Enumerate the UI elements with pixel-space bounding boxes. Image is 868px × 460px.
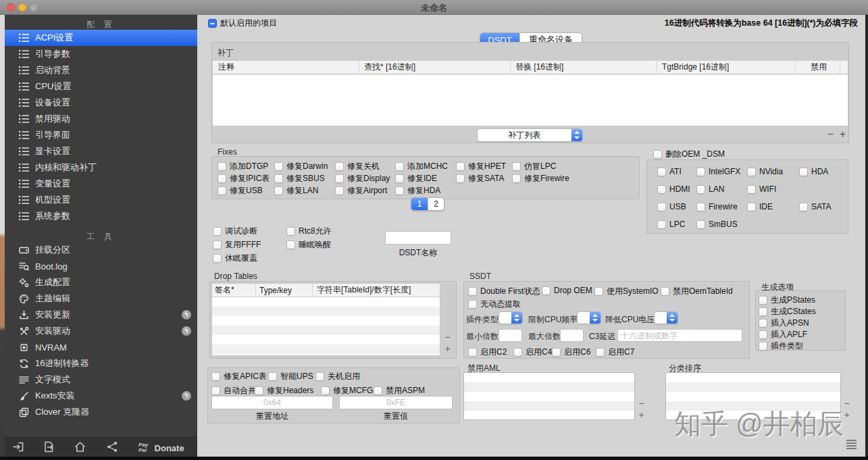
- sidebar-item-system-parameters[interactable]: 系统参数: [5, 208, 197, 224]
- donate-button[interactable]: PayPal Donate: [138, 442, 184, 453]
- sidebar-item-smbios[interactable]: 机型设置: [5, 192, 197, 208]
- fix-checkbox[interactable]: 添加MCHC: [395, 161, 448, 172]
- undervolt-dropdown[interactable]: [654, 311, 678, 324]
- sidebar-item-install-drivers[interactable]: 安装驱动 ϟ: [5, 323, 197, 339]
- insert-aplf-checkbox[interactable]: 插入APLF: [759, 329, 807, 340]
- sidebar-item-kexts-installer[interactable]: Kexts安装 ϟ: [5, 388, 197, 404]
- fix-checkbox[interactable]: 修复Darwin: [274, 161, 328, 172]
- fixes-page-1[interactable]: 1: [411, 198, 428, 210]
- drop-tables-body[interactable]: [211, 297, 440, 356]
- sidebar-item-nvram[interactable]: NVRAM: [5, 339, 197, 355]
- sidebar-item-gui[interactable]: 引导界面: [5, 127, 197, 143]
- suspend-override-checkbox[interactable]: 睡眠唤醒: [286, 239, 331, 251]
- limit-cpu-freq-dropdown[interactable]: [577, 311, 601, 324]
- patches-add-button[interactable]: +: [838, 129, 848, 139]
- fix-checkbox[interactable]: 添加DTGP: [218, 161, 268, 172]
- sidebar-item-graphics[interactable]: 显卡设置: [5, 143, 197, 159]
- home-button[interactable]: [74, 441, 86, 455]
- default-enabled-checkbox[interactable]: 默认启用的项目: [208, 18, 277, 29]
- sidebar-item-rt-variables[interactable]: 变量设置: [5, 176, 197, 192]
- reset-address-input[interactable]: [211, 396, 333, 409]
- fix-checkbox[interactable]: 修复Airport: [335, 185, 387, 197]
- drop-tables-remove-button[interactable]: −: [442, 332, 453, 342]
- fix-mcfg-checkbox[interactable]: 修复MCFG: [321, 385, 373, 397]
- no-dynamic-extract-checkbox[interactable]: 无动态提取: [468, 299, 521, 310]
- fix-checkbox[interactable]: 修复LAN: [274, 185, 318, 197]
- oem-checkbox[interactable]: IDE: [747, 202, 773, 211]
- enable-c7-checkbox[interactable]: 启用C7: [596, 347, 634, 358]
- export-config-button[interactable]: [43, 441, 55, 455]
- gen-cstates-checkbox[interactable]: 生成CStates: [759, 306, 816, 317]
- fix-checkbox[interactable]: 修复SBUS: [274, 173, 325, 184]
- disabled-aml-add-button[interactable]: +: [636, 410, 646, 420]
- max-multiplier-input[interactable]: [560, 329, 584, 342]
- reuse-ffff-checkbox[interactable]: 复用FFFF: [213, 239, 261, 251]
- sidebar-item-install-update[interactable]: 安装更新 ϟ: [5, 307, 197, 323]
- patches-table-body[interactable]: [213, 74, 848, 126]
- fix-checkbox[interactable]: 修复SATA: [456, 173, 505, 184]
- drop-tables-add-button[interactable]: +: [442, 344, 453, 354]
- sidebar-item-devices[interactable]: 设备设置: [5, 95, 197, 111]
- auto-merge-checkbox[interactable]: 自动合并: [211, 385, 256, 397]
- fix-checkbox[interactable]: 修复关机: [335, 161, 380, 172]
- ssdt-checkbox[interactable]: 禁用OemTableId: [661, 286, 733, 297]
- fix-checkbox[interactable]: 修复IPIC表: [218, 173, 270, 184]
- min-multiplier-input[interactable]: [499, 329, 522, 342]
- reset-value-input[interactable]: [339, 396, 453, 409]
- hibernate-checkbox[interactable]: 休眠覆盖: [213, 253, 257, 264]
- fix-checkbox[interactable]: 修复HPET: [456, 161, 506, 172]
- sidebar-item-boot-args[interactable]: 引导参数: [5, 46, 197, 62]
- dsdt-name-input[interactable]: [385, 231, 451, 245]
- oem-checkbox[interactable]: HDA: [799, 167, 828, 176]
- fix-checkbox[interactable]: 修复IDE: [395, 173, 437, 184]
- fix-checkbox[interactable]: 修复Firewire: [512, 173, 569, 184]
- fix-checkbox[interactable]: 修复HDA: [395, 185, 440, 197]
- oem-checkbox[interactable]: SATA: [799, 202, 832, 211]
- sidebar-item-mount-efi[interactable]: 挂载分区: [5, 242, 197, 258]
- insert-apsn-checkbox[interactable]: 插入APSN: [759, 317, 809, 329]
- sidebar-item-disable-drivers[interactable]: 禁用驱动: [5, 111, 197, 127]
- ssdt-checkbox[interactable]: Drop OEM: [542, 286, 592, 295]
- disabled-aml-list[interactable]: [463, 372, 635, 420]
- fix-checkbox[interactable]: 修复Display: [335, 173, 390, 184]
- import-config-button[interactable]: [12, 441, 24, 455]
- oem-checkbox[interactable]: Firewire: [696, 202, 738, 211]
- patch-list-dropdown[interactable]: 补丁列表: [477, 128, 583, 142]
- sidebar-item-hex-converter[interactable]: 16进制转换器: [5, 355, 197, 372]
- sidebar-item-boot-background[interactable]: 启动背景: [5, 62, 197, 78]
- sidebar-item-kernel-patches[interactable]: 内核和驱动补丁: [5, 159, 197, 176]
- oem-checkbox[interactable]: WIFI: [747, 184, 776, 194]
- fix-checkbox[interactable]: 修复USB: [218, 185, 263, 197]
- disabled-aml-remove-button[interactable]: −: [636, 399, 646, 409]
- enable-c2-checkbox[interactable]: 启用C2: [468, 347, 507, 358]
- oem-checkbox[interactable]: ATI: [657, 167, 682, 176]
- resize-grip-icon[interactable]: [846, 439, 857, 451]
- oem-checkbox[interactable]: HDMI: [657, 184, 690, 194]
- ssdt-checkbox[interactable]: Double First状态: [468, 286, 540, 297]
- fix-checkbox[interactable]: 仿冒LPC: [512, 161, 556, 172]
- sidebar-item-text-mode[interactable]: 文字模式: [5, 372, 197, 388]
- plugin-type-dropdown[interactable]: [499, 311, 523, 324]
- share-button[interactable]: [107, 441, 118, 455]
- enable-c4-checkbox[interactable]: 启用C4: [513, 347, 552, 358]
- sidebar-item-generate-config[interactable]: 生成配置: [5, 274, 197, 290]
- sidebar-item-acpi[interactable]: ACPI设置: [5, 30, 197, 46]
- sidebar-item-clover-cloner[interactable]: Clover 克隆器: [5, 404, 197, 420]
- oem-checkbox[interactable]: LPC: [657, 220, 685, 229]
- fix-headers-checkbox[interactable]: 修复Headers: [255, 385, 313, 397]
- disable-aspm-checkbox[interactable]: 禁用ASPM: [374, 385, 425, 397]
- halt-enabler-checkbox[interactable]: 关机启用: [315, 371, 360, 382]
- oem-checkbox[interactable]: IntelGFX: [696, 167, 740, 176]
- oem-checkbox[interactable]: USB: [657, 202, 686, 211]
- drop-oem-dsm-checkbox[interactable]: 删除OEM _DSM: [653, 149, 725, 160]
- oem-checkbox[interactable]: NVidia: [747, 167, 783, 176]
- gen-pstates-checkbox[interactable]: 生成PStates: [759, 295, 815, 306]
- plugin-type-gen-checkbox[interactable]: 插件类型: [759, 340, 803, 352]
- debug-checkbox[interactable]: 调试诊断: [213, 226, 257, 237]
- ssdt-checkbox[interactable]: 使用SystemIO: [594, 286, 659, 297]
- oem-checkbox[interactable]: SmBUS: [696, 220, 738, 229]
- sidebar-item-bootlog[interactable]: Boot.log: [5, 258, 197, 274]
- patches-remove-button[interactable]: −: [825, 129, 836, 139]
- sidebar-item-cpu[interactable]: CPU设置: [5, 78, 197, 95]
- fix-apic-checkbox[interactable]: 修复APIC表: [211, 371, 267, 382]
